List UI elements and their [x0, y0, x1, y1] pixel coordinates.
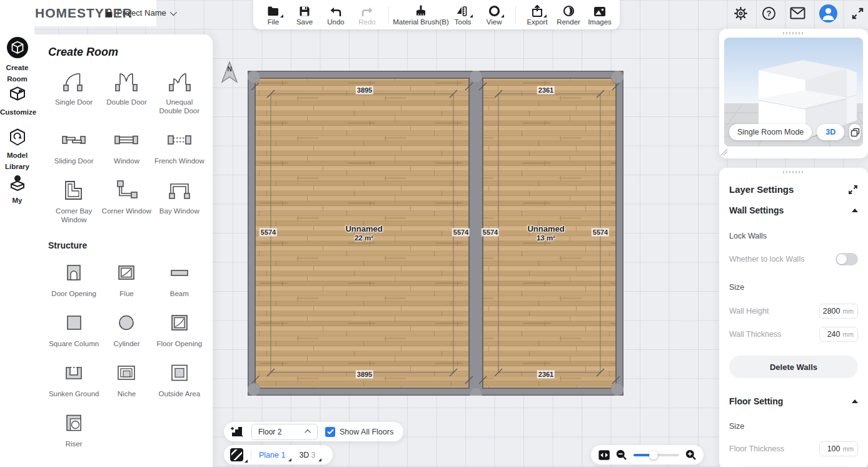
help-icon[interactable]: ? — [762, 6, 776, 21]
catalog-item-outside-area[interactable]: Outside Area — [154, 361, 205, 398]
catalog-item-sliding-door[interactable]: Sliding Door — [48, 128, 99, 165]
header-actions: ? — [734, 4, 864, 23]
sidebar-item-model-library[interactable]: Model Library — [0, 128, 34, 172]
double-door-icon — [113, 69, 140, 94]
catalog-item-bay-window[interactable]: Bay Window — [154, 178, 205, 224]
sliding-door-icon — [60, 128, 88, 153]
mail-icon[interactable] — [790, 7, 805, 19]
catalog-item-cylinder[interactable]: Cylinder — [101, 310, 152, 348]
drag-handle-icon[interactable] — [783, 171, 804, 173]
floor-select-dropdown[interactable]: Floor 2 — [251, 424, 318, 440]
folder-icon — [267, 4, 280, 17]
settings-gear-icon[interactable] — [734, 6, 748, 21]
redo-button[interactable]: Redo — [352, 3, 382, 27]
zoom-slider[interactable] — [633, 454, 679, 456]
catalog-item-door-opening[interactable]: Door Opening — [48, 260, 99, 298]
resize-handle-icon[interactable] — [720, 148, 728, 156]
show-all-floors-checkbox[interactable] — [325, 427, 335, 437]
collapse-wall-settings-icon[interactable] — [852, 208, 858, 212]
3d-mode-button[interactable]: 3D — [817, 124, 844, 140]
tab-plane-1[interactable]: Plane 1 — [259, 451, 291, 459]
catalog-item-french-window[interactable]: French Window — [154, 128, 205, 165]
wall-height-input[interactable]: 2800 mm — [819, 304, 858, 319]
catalog-item-window[interactable]: Window — [101, 128, 152, 165]
images-button[interactable]: Images — [585, 3, 615, 27]
catalog-item-double-door[interactable]: Double Door — [101, 69, 152, 115]
catalog-item-sunken-ground[interactable]: Sunken Ground — [48, 361, 99, 398]
render-button[interactable]: Render — [553, 3, 583, 27]
dimension-label: 3895 — [356, 371, 373, 379]
add-floor-icon[interactable] — [230, 426, 244, 438]
corner-bay-window-icon — [60, 178, 88, 203]
delete-walls-button[interactable]: Delete Walls — [729, 356, 858, 378]
catalog-item-niche[interactable]: Niche — [101, 361, 152, 398]
toolbar-divider — [388, 6, 389, 24]
layer-settings-title: Layer Settings — [729, 184, 794, 195]
view-button[interactable]: View — [479, 3, 509, 27]
panel-title: Create Room — [48, 46, 205, 59]
corner-window-icon — [113, 178, 140, 203]
room-label[interactable]: Unnamed 22 m² — [345, 224, 382, 242]
dimension-label: 5574 — [452, 228, 470, 237]
zoom-slider-knob[interactable] — [649, 451, 658, 459]
fit-view-icon[interactable] — [598, 449, 610, 461]
sidebar-item-customize[interactable]: Customize — [0, 86, 34, 117]
catalog-item-beam[interactable]: Beam — [154, 260, 205, 298]
sidebar-item-create-room[interactable]: Create Room — [0, 36, 34, 84]
floor-setting-title: Floor Setting — [729, 396, 783, 406]
structure-grid: Door Opening Flue Beam Square Column Cyl… — [48, 260, 205, 448]
dimension-label: 3895 — [356, 86, 373, 95]
catalog-item-corner-bay-window[interactable]: Corner Bay Window — [48, 178, 99, 224]
floor-opening-icon — [166, 310, 193, 336]
room-label[interactable]: Unnamed 13 m² — [527, 224, 564, 242]
sidebar-item-my[interactable]: My — [0, 174, 34, 205]
floor-plan-canvas[interactable]: 3895 2361 5574 5574 5574 5574 3895 2361 … — [248, 71, 623, 396]
undo-button[interactable]: Undo — [321, 3, 351, 27]
catalog-item-single-door[interactable]: Single Door — [48, 69, 99, 115]
bay-window-icon — [166, 178, 193, 203]
toolbar-divider — [515, 6, 516, 24]
wall-thickness-label: Wall Thickness — [729, 330, 781, 339]
plane-style-button[interactable] — [230, 448, 243, 461]
material-brush-button[interactable]: Material Brush(B) — [395, 3, 447, 27]
3d-preview-viewport[interactable]: Single Room Mode 3D — [724, 38, 863, 146]
wall-size-label: Size — [729, 283, 858, 292]
my-icon — [0, 174, 34, 192]
fullscreen-icon[interactable] — [851, 7, 864, 20]
catalog-item-riser[interactable]: Riser — [48, 411, 99, 448]
duplicate-view-button[interactable] — [849, 124, 860, 140]
floor-bar: Floor 2 Show All Floors — [224, 422, 403, 441]
single-room-mode-button[interactable]: Single Room Mode — [729, 124, 812, 140]
save-button[interactable]: Save — [290, 3, 320, 27]
lock-walls-toggle[interactable] — [835, 253, 858, 265]
catalog-item-square-column[interactable]: Square Column — [48, 310, 99, 348]
collapse-floor-setting-icon[interactable] — [852, 399, 858, 403]
expand-panel-icon[interactable] — [848, 185, 858, 195]
wall-height-label: Wall Height — [729, 307, 769, 316]
floor-thickness-label: Floor Thickness — [729, 444, 784, 453]
door-window-grid: Single Door Double Door Unequal Double D… — [48, 69, 205, 224]
catalog-item-floor-opening[interactable]: Floor Opening — [154, 310, 205, 348]
tab-3d[interactable]: 3D3 — [299, 451, 321, 459]
project-name-menu[interactable]: Project Name — [105, 8, 175, 18]
wall-thickness-input[interactable]: 240 mm — [819, 327, 858, 342]
zoom-in-icon[interactable] — [685, 449, 696, 461]
catalog-item-corner-window[interactable]: Corner Window — [101, 178, 152, 224]
catalog-item-flue[interactable]: Flue — [101, 260, 152, 298]
toggle-knob — [837, 254, 847, 264]
tools-button[interactable]: Tools — [448, 3, 478, 27]
zoom-bar — [591, 445, 704, 464]
user-avatar[interactable] — [819, 4, 837, 23]
redo-icon — [361, 4, 373, 17]
square-column-icon — [60, 310, 88, 336]
divider — [251, 450, 251, 460]
floor-thickness-input[interactable]: 100 mm — [819, 441, 858, 456]
dimension-label: 5574 — [260, 228, 277, 237]
export-button[interactable]: Export — [522, 3, 552, 27]
zoom-out-icon[interactable] — [616, 449, 627, 461]
create-room-icon — [0, 36, 34, 59]
drag-handle-icon[interactable] — [783, 32, 804, 34]
wall-settings-title: Wall Settings — [729, 205, 784, 215]
file-button[interactable]: File — [258, 3, 288, 27]
catalog-item-unequal-double-door[interactable]: Unequal Double Door — [154, 69, 205, 115]
